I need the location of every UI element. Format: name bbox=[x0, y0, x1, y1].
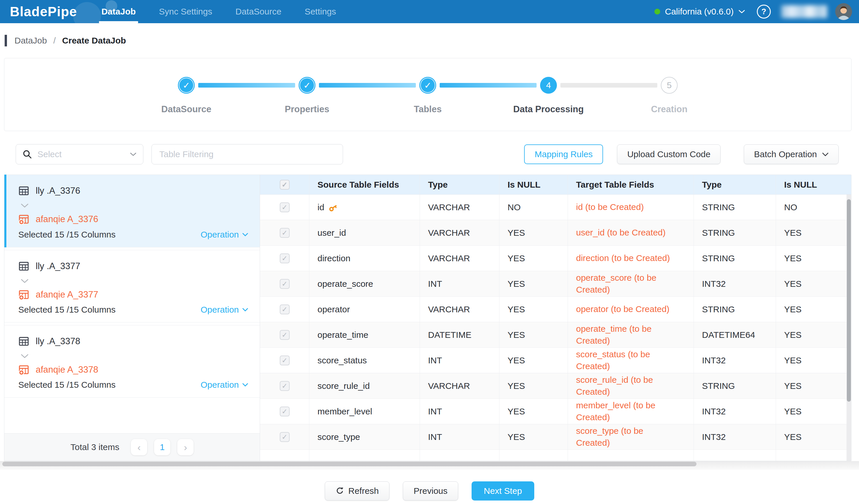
nav-item-label: DataSource bbox=[235, 7, 281, 17]
row-checkbox[interactable]: ✓ bbox=[280, 202, 290, 212]
header-target-isnull: Is NULL bbox=[776, 175, 851, 194]
source-table-icon bbox=[18, 185, 29, 196]
expand-chevron-icon[interactable] bbox=[20, 279, 248, 283]
footer-actions: Refresh Previous Next Step bbox=[0, 478, 859, 504]
step-label: Properties bbox=[285, 104, 329, 114]
row-checkbox[interactable]: ✓ bbox=[280, 432, 290, 442]
step-circle: ✓ bbox=[299, 77, 315, 94]
target-table-add-icon bbox=[18, 214, 29, 225]
table-pair-item[interactable]: lly .A_3377 afanqie A_3377 Selected 15 /… bbox=[4, 250, 260, 322]
step-circle: 5 bbox=[661, 77, 678, 94]
selected-columns-text: Selected 15 /15 Columns bbox=[18, 230, 116, 239]
selected-columns-text: Selected 15 /15 Columns bbox=[18, 305, 116, 315]
target-field-name: direction (to be Created) bbox=[576, 252, 670, 264]
source-table-name: lly .A_3377 bbox=[36, 261, 80, 271]
row-checkbox[interactable]: ✓ bbox=[280, 253, 290, 263]
batch-operation-button[interactable]: Batch Operation bbox=[744, 144, 839, 164]
breadcrumb: DataJob / Create DataJob bbox=[5, 35, 126, 46]
prev-page-button[interactable]: ‹ bbox=[131, 439, 147, 455]
refresh-button[interactable]: Refresh bbox=[325, 482, 390, 501]
target-field-nullable: YES bbox=[776, 348, 851, 373]
step-label: DataSource bbox=[161, 104, 211, 114]
row-checkbox[interactable]: ✓ bbox=[280, 228, 290, 238]
source-field-name: user_id bbox=[317, 228, 346, 238]
select-all-checkbox[interactable]: ✓ bbox=[280, 180, 290, 190]
target-field-type: STRING bbox=[694, 220, 776, 245]
row-checkbox[interactable]: ✓ bbox=[280, 304, 290, 314]
target-field-name: score_status (to be Created) bbox=[576, 349, 677, 372]
page-number-button[interactable]: 1 bbox=[154, 439, 170, 455]
nav-item[interactable]: DataJob bbox=[90, 0, 147, 23]
help-icon[interactable]: ? bbox=[757, 5, 771, 18]
step-check-glyph: ✓ bbox=[183, 80, 190, 91]
table-pair-item[interactable]: lly .A_3376 afanqie A_3376 Selected 15 /… bbox=[4, 175, 260, 247]
next-page-button[interactable]: › bbox=[177, 439, 194, 455]
source-field-nullable: YES bbox=[499, 373, 568, 398]
source-field-name: operate_time bbox=[317, 330, 368, 340]
target-field-type: STRING bbox=[694, 246, 776, 271]
source-field-type: VARCHAR bbox=[420, 297, 499, 322]
step-connector bbox=[198, 83, 295, 88]
source-field-name: operator bbox=[317, 304, 350, 314]
operation-link[interactable]: Operation bbox=[200, 305, 248, 315]
nav-item-label: Settings bbox=[305, 7, 336, 17]
vertical-scrollbar-thumb[interactable] bbox=[847, 199, 851, 401]
row-checkbox[interactable]: ✓ bbox=[280, 279, 290, 289]
row-checkbox[interactable]: ✓ bbox=[280, 356, 290, 365]
top-navigation-bar: BladePipe DataJob Sync Settings DataSour… bbox=[0, 0, 859, 23]
step-check-glyph: ✓ bbox=[424, 80, 431, 91]
target-field-name: operate_score (to be Created) bbox=[576, 272, 677, 296]
step-number: 5 bbox=[667, 80, 672, 90]
nav-item[interactable]: Sync Settings bbox=[147, 0, 224, 23]
next-step-button[interactable]: Next Step bbox=[471, 482, 534, 501]
selected-columns-text: Selected 15 /15 Columns bbox=[18, 380, 116, 390]
environment-selector[interactable]: California (v0.6.0) bbox=[654, 7, 745, 17]
source-field-nullable: YES bbox=[499, 348, 568, 373]
target-table-row: afanqie A_3377 bbox=[18, 289, 248, 300]
toolbar: Select Mapping Rules Upload Custom Code … bbox=[4, 144, 852, 164]
wizard-stepper: ✓ DataSource ✓ Properties ✓ Tables 4 Dat… bbox=[178, 77, 678, 94]
target-table-row: afanqie A_3376 bbox=[18, 214, 248, 225]
step-label: Creation bbox=[651, 104, 688, 114]
status-dot bbox=[654, 9, 660, 15]
stepper-step: 5 Creation bbox=[661, 77, 678, 94]
nav-item[interactable]: DataSource bbox=[224, 0, 293, 23]
primary-key-icon bbox=[328, 203, 337, 212]
target-table-add-icon bbox=[18, 289, 29, 300]
breadcrumb-parent[interactable]: DataJob bbox=[15, 36, 47, 46]
search-select-dropdown[interactable]: Select bbox=[16, 144, 144, 164]
target-field-nullable: YES bbox=[776, 424, 851, 450]
horizontal-scrollbar-thumb[interactable] bbox=[2, 462, 696, 466]
source-field-name: member_level bbox=[317, 407, 372, 416]
operation-link[interactable]: Operation bbox=[200, 380, 248, 390]
source-field-nullable: YES bbox=[499, 297, 568, 322]
table-pair-item[interactable]: lly .A_3378 afanqie A_3378 Selected 15 /… bbox=[4, 325, 260, 397]
expand-chevron-icon[interactable] bbox=[20, 203, 248, 208]
item-footer: Selected 15 /15 Columns Operation bbox=[18, 380, 248, 390]
nav-item[interactable]: Settings bbox=[293, 0, 348, 23]
step-connector bbox=[440, 83, 537, 88]
row-checkbox[interactable]: ✓ bbox=[280, 407, 290, 416]
total-items-text: Total 3 items bbox=[71, 442, 119, 452]
expand-chevron-icon[interactable] bbox=[20, 354, 248, 359]
source-field-name: score_type bbox=[317, 432, 360, 442]
source-table-name: lly .A_3376 bbox=[36, 186, 80, 196]
source-table-icon bbox=[18, 336, 29, 347]
user-avatar[interactable] bbox=[835, 3, 852, 20]
header-source-isnull: Is NULL bbox=[499, 175, 568, 194]
source-field-type: INT bbox=[420, 424, 499, 450]
field-row-clipped bbox=[260, 450, 851, 461]
operation-link[interactable]: Operation bbox=[200, 230, 248, 239]
field-mapping-table: ✓ Source Table Fields Type Is NULL Targe… bbox=[260, 175, 851, 461]
mapping-rules-button[interactable]: Mapping Rules bbox=[524, 144, 603, 164]
table-filtering-input[interactable] bbox=[151, 144, 343, 164]
environment-label: California (v0.6.0) bbox=[665, 7, 734, 17]
previous-button[interactable]: Previous bbox=[403, 482, 458, 501]
upload-custom-code-button[interactable]: Upload Custom Code bbox=[617, 144, 721, 164]
target-table-name: afanqie A_3377 bbox=[36, 289, 99, 300]
row-checkbox[interactable]: ✓ bbox=[280, 330, 290, 340]
field-row: ✓ direction VARCHAR YES direction (to be… bbox=[260, 246, 851, 271]
field-row: ✓ operate_score INT YES operate_score (t… bbox=[260, 271, 851, 297]
row-checkbox[interactable]: ✓ bbox=[280, 381, 290, 391]
app-logo[interactable]: BladePipe bbox=[10, 4, 77, 19]
